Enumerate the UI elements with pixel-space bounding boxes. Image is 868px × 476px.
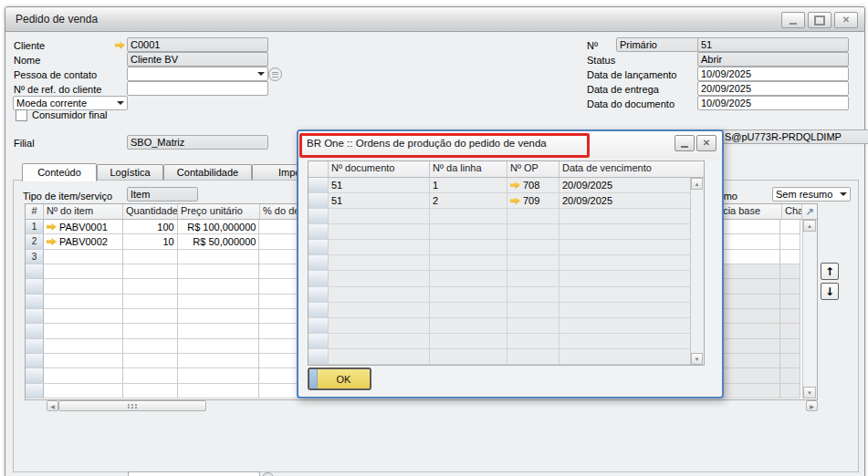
cell-op[interactable] (507, 255, 559, 270)
cell-price[interactable] (178, 339, 260, 353)
col-header-doc[interactable]: Nº documento (329, 161, 430, 177)
dialog-row[interactable] (309, 271, 692, 286)
cell-due[interactable] (559, 349, 692, 364)
row-selector-cell[interactable] (309, 240, 329, 254)
cell-op[interactable] (507, 334, 559, 348)
row-number-cell[interactable] (26, 368, 44, 382)
dialog-minimize-button[interactable] (675, 135, 695, 151)
dialog-row[interactable] (309, 255, 692, 271)
moeda-dropdown[interactable]: Moeda corrente (13, 96, 128, 110)
row-selector-cell[interactable] (309, 209, 329, 223)
cell-price[interactable] (178, 279, 260, 293)
cell-line[interactable] (430, 318, 507, 333)
col-header-selector[interactable] (309, 161, 329, 177)
dialog-row[interactable] (309, 224, 692, 240)
contato-dropdown[interactable] (127, 67, 268, 81)
cell-due[interactable] (559, 271, 692, 285)
cell-doc[interactable]: 51 (329, 178, 430, 192)
link-arrow-icon[interactable] (510, 197, 520, 205)
cell-due[interactable] (559, 303, 692, 317)
documento-field[interactable]: 10/09/2025 (697, 96, 849, 110)
cell-line[interactable]: 2 (430, 193, 507, 208)
cell-item[interactable] (44, 368, 123, 382)
cell-item[interactable] (44, 384, 123, 398)
cell-op[interactable]: 709 (507, 193, 559, 208)
resumo-dropdown[interactable]: Sem resumo (772, 187, 851, 202)
cell-chave[interactable] (780, 368, 800, 382)
cell-qty[interactable] (123, 295, 178, 308)
cell-due[interactable] (559, 240, 692, 254)
cell-price[interactable]: R$ 100,000000 (178, 220, 260, 233)
link-arrow-icon[interactable] (115, 41, 125, 49)
col-header-rownum[interactable]: # (26, 204, 44, 219)
cell-chave[interactable] (780, 339, 800, 353)
cell-item[interactable] (44, 264, 123, 278)
row-number-cell[interactable] (26, 279, 44, 293)
tab-logistica[interactable]: Logística (97, 164, 163, 181)
cell-due[interactable] (559, 318, 692, 333)
dialog-row[interactable] (309, 349, 692, 365)
cell-price[interactable] (178, 264, 260, 278)
cell-doc[interactable] (329, 349, 430, 364)
dialog-row[interactable] (309, 209, 692, 224)
cell-price[interactable] (178, 354, 260, 367)
cell-doc[interactable] (329, 224, 430, 239)
link-arrow-icon[interactable] (47, 237, 57, 245)
dialog-row[interactable] (309, 303, 692, 318)
cell-item[interactable] (44, 324, 123, 337)
cell-op[interactable] (507, 349, 559, 364)
cell-chave[interactable] (780, 234, 800, 248)
cell-chave[interactable] (780, 279, 800, 293)
contact-detail-icon[interactable] (268, 67, 282, 81)
cell-line[interactable] (430, 224, 507, 239)
row-number-cell[interactable] (26, 295, 44, 308)
cell-item[interactable] (44, 250, 123, 264)
col-header-qty[interactable]: Quantidade (123, 204, 178, 219)
cell-doc[interactable] (329, 334, 430, 348)
cell-line[interactable] (430, 287, 507, 302)
cell-chave[interactable] (780, 295, 800, 308)
row-selector-cell[interactable] (309, 178, 329, 192)
row-number-cell[interactable] (26, 354, 44, 367)
cell-qty[interactable]: 100 (123, 220, 178, 233)
cell-line[interactable] (430, 271, 507, 285)
cell-qty[interactable] (123, 264, 178, 278)
col-header-line[interactable]: Nº da linha (430, 161, 507, 177)
cell-doc[interactable]: 51 (329, 193, 430, 208)
hscroll-left-icon[interactable]: ◀ (47, 400, 58, 411)
cell-line[interactable] (430, 334, 507, 348)
cell-qty[interactable] (123, 324, 178, 337)
dialog-row[interactable] (309, 334, 692, 349)
cell-line[interactable] (430, 349, 507, 364)
bottom-cut-field[interactable] (128, 471, 260, 476)
row-selector-cell[interactable] (309, 318, 329, 333)
nome-field[interactable]: Cliente BV (127, 52, 268, 67)
row-selector-cell[interactable] (309, 224, 329, 239)
cell-item[interactable] (44, 279, 123, 293)
col-header-item[interactable]: Nº do item (44, 204, 123, 219)
num-value-field[interactable]: 51 (697, 37, 849, 52)
row-selector-cell[interactable] (309, 303, 329, 317)
maximize-button[interactable] (808, 12, 831, 28)
hscroll-thumb[interactable] (58, 400, 206, 411)
link-arrow-icon[interactable] (47, 222, 57, 231)
cell-due[interactable] (559, 334, 692, 348)
cell-qty[interactable] (123, 279, 178, 293)
cell-item[interactable] (44, 295, 123, 308)
cell-op[interactable] (507, 271, 559, 285)
cell-item[interactable] (44, 354, 123, 367)
cell-doc[interactable] (329, 240, 430, 254)
entrega-field[interactable]: 20/09/2025 (697, 81, 849, 96)
cell-qty[interactable] (123, 354, 178, 367)
cell-line[interactable]: 1 (430, 178, 507, 192)
cell-due[interactable]: 20/09/2025 (559, 193, 692, 208)
cell-op[interactable] (507, 303, 559, 317)
row-selector-cell[interactable] (309, 334, 329, 348)
cell-chave[interactable] (780, 309, 800, 323)
cell-op[interactable] (507, 224, 559, 239)
cell-doc[interactable] (329, 287, 430, 302)
tab-contabilidade[interactable]: Contabilidade (163, 164, 252, 181)
scroll-up-icon[interactable]: ▲ (691, 178, 703, 190)
close-button[interactable]: ✕ (834, 12, 858, 28)
link-arrow-icon[interactable] (510, 181, 520, 190)
